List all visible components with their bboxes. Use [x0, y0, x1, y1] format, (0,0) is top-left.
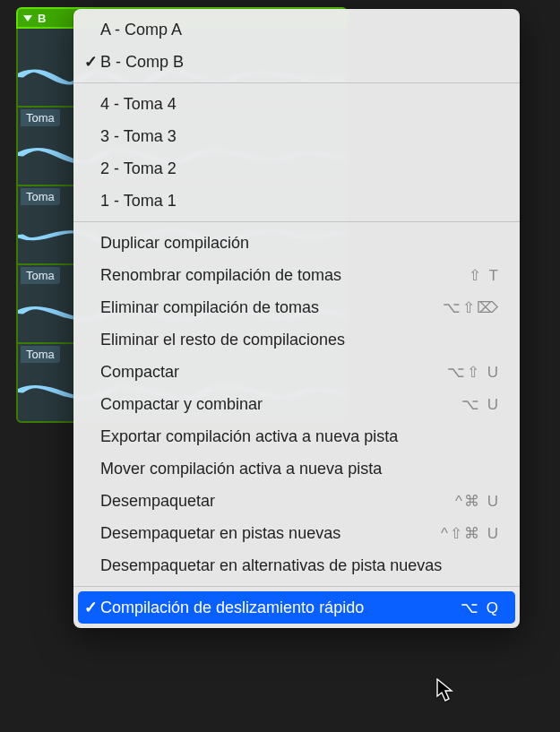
menu-item-shortcut: ^⌘ U: [455, 492, 500, 511]
checkmark-icon: ✓: [81, 598, 100, 617]
menu-item-label: Compilación de deslizamiento rápido: [100, 599, 461, 617]
menu-item-flatten[interactable]: Compactar ⌥⇧ U: [73, 356, 520, 388]
menu-item-unpack[interactable]: Desempaquetar ^⌘ U: [73, 485, 520, 517]
menu-item-flatten-merge[interactable]: Compactar y combinar ⌥ U: [73, 388, 520, 420]
disclosure-triangle-icon[interactable]: [23, 15, 32, 22]
menu-item-label: Desempaquetar en alternativas de pista n…: [100, 556, 500, 575]
menu-separator: [73, 586, 520, 587]
menu-separator: [73, 221, 520, 222]
menu-item-label: 4 - Toma 4: [100, 95, 500, 114]
menu-item-comp-b[interactable]: ✓ B - Comp B: [73, 46, 520, 78]
menu-item-delete-other-comps[interactable]: Eliminar el resto de compilaciones: [73, 323, 520, 356]
menu-item-unpack-track-alternatives[interactable]: Desempaquetar en alternativas de pista n…: [73, 549, 520, 581]
menu-item-rename-comp[interactable]: Renombrar compilación de tomas ⇧ T: [73, 259, 520, 291]
menu-item-label: Exportar compilación activa a nueva pist…: [100, 427, 500, 446]
menu-item-label: Eliminar el resto de compilaciones: [100, 331, 500, 349]
mouse-cursor-icon: [436, 678, 454, 703]
menu-item-label: Compactar: [100, 363, 447, 382]
take-label: Toma: [21, 267, 60, 284]
region-title: B: [38, 12, 46, 25]
menu-item-shortcut: ⌥⇧⌦: [443, 298, 500, 317]
menu-item-label: Eliminar compilación de tomas: [100, 298, 443, 317]
take-label: Toma: [21, 346, 60, 363]
take-folder-context-menu: A - Comp A ✓ B - Comp B 4 - Toma 4 3 - T…: [73, 9, 520, 628]
menu-item-export-comp[interactable]: Exportar compilación activa a nueva pist…: [73, 420, 520, 452]
menu-item-label: 3 - Toma 3: [100, 127, 500, 146]
menu-item-label: Desempaquetar en pistas nuevas: [100, 524, 441, 543]
menu-item-shortcut: ⌥⇧ U: [447, 363, 500, 382]
menu-item-take-4[interactable]: 4 - Toma 4: [73, 88, 520, 120]
menu-item-label: 2 - Toma 2: [100, 159, 500, 178]
menu-item-duplicate-comp[interactable]: Duplicar compilación: [73, 227, 520, 259]
menu-item-take-1[interactable]: 1 - Toma 1: [73, 185, 520, 217]
menu-item-label: A - Comp A: [100, 21, 500, 39]
menu-item-shortcut: ⇧ T: [469, 266, 500, 285]
menu-item-delete-comp[interactable]: Eliminar compilación de tomas ⌥⇧⌦: [73, 291, 520, 323]
menu-item-label: Desempaquetar: [100, 492, 455, 511]
take-label: Toma: [21, 109, 60, 126]
menu-item-label: Renombrar compilación de tomas: [100, 266, 469, 285]
menu-item-take-2[interactable]: 2 - Toma 2: [73, 152, 520, 185]
menu-item-unpack-new-tracks[interactable]: Desempaquetar en pistas nuevas ^⇧⌘ U: [73, 517, 520, 549]
menu-item-comp-a[interactable]: A - Comp A: [73, 13, 520, 46]
menu-item-shortcut: ⌥ Q: [461, 599, 500, 617]
take-label: Toma: [21, 188, 60, 205]
menu-item-shortcut: ^⇧⌘ U: [441, 524, 500, 543]
checkmark-icon: ✓: [81, 52, 100, 72]
menu-item-move-comp[interactable]: Mover compilación activa a nueva pista: [73, 452, 520, 485]
menu-item-label: 1 - Toma 1: [100, 192, 500, 211]
menu-item-shortcut: ⌥ U: [461, 395, 500, 414]
menu-item-label: Duplicar compilación: [100, 234, 500, 253]
menu-separator: [73, 82, 520, 83]
menu-item-quick-swipe-comping[interactable]: ✓ Compilación de deslizamiento rápido ⌥ …: [78, 591, 515, 624]
menu-item-label: B - Comp B: [100, 53, 500, 72]
menu-item-label: Mover compilación activa a nueva pista: [100, 460, 500, 478]
menu-item-label: Compactar y combinar: [100, 395, 461, 414]
menu-item-take-3[interactable]: 3 - Toma 3: [73, 120, 520, 152]
